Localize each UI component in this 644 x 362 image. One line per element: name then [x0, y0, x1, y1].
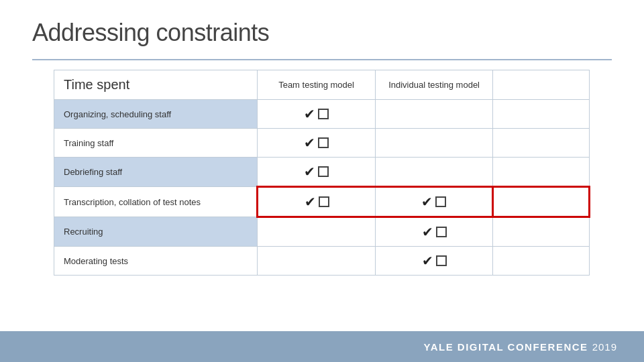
- row-transcription-team-check: ✔: [258, 187, 376, 217]
- row-debriefing: Debriefing staff✔: [54, 158, 590, 187]
- col-header-empty: [493, 70, 590, 100]
- row-recruiting-label: Recruiting: [54, 217, 258, 247]
- checkbox-empty: [318, 166, 329, 177]
- row-recruiting-team-check: [258, 217, 376, 247]
- checkmark-icon: ✔: [304, 106, 315, 122]
- check-group: ✔: [304, 106, 329, 122]
- row-recruiting-individual-check: ✔: [375, 217, 493, 247]
- row-transcription-individual-check: ✔: [375, 187, 493, 217]
- title-area: Addressing constraints: [0, 0, 644, 54]
- row-moderating-individual-check: ✔: [375, 247, 493, 276]
- check-group: ✔: [422, 224, 447, 240]
- checkbox-empty: [319, 196, 329, 207]
- row-training-individual-check: [375, 129, 493, 158]
- row-debriefing-label: Debriefing staff: [54, 158, 258, 187]
- row-organizing-individual-check: [375, 100, 493, 129]
- footer-bar: YALE DIGITAL CONFERENCE 2019: [0, 331, 644, 362]
- checkbox-empty: [435, 196, 446, 207]
- checkmark-icon: ✔: [304, 164, 315, 180]
- row-moderating-empty: [493, 247, 590, 276]
- checkbox-empty: [318, 109, 329, 119]
- row-training: Training staff✔: [54, 129, 590, 158]
- row-organizing-team-check: ✔: [258, 100, 376, 129]
- row-debriefing-team-check: ✔: [258, 158, 376, 187]
- col-header-individual: Individual testing model: [375, 70, 493, 100]
- table-wrapper: Time spent Team testing model Individual…: [54, 70, 590, 276]
- checkmark-icon: ✔: [421, 194, 433, 210]
- row-debriefing-individual-check: [375, 158, 493, 187]
- row-debriefing-empty: [493, 158, 590, 187]
- content-area: Time spent Team testing model Individual…: [0, 60, 644, 276]
- check-group: ✔: [421, 194, 446, 210]
- row-recruiting: Recruiting✔: [54, 217, 590, 247]
- col-header-team: Team testing model: [258, 70, 376, 100]
- checkmark-icon: ✔: [305, 194, 316, 210]
- footer-year: 2019: [592, 341, 617, 353]
- row-moderating: Moderating tests✔: [54, 247, 590, 276]
- row-organizing: Organizing, scheduling staff✔: [54, 100, 590, 129]
- row-transcription: Transcription, collation of test notes✔✔: [54, 187, 590, 217]
- page-title: Addressing constraints: [32, 19, 612, 47]
- slide: Addressing constraints Time spent Team t…: [0, 0, 644, 362]
- main-table: Time spent Team testing model Individual…: [54, 70, 590, 276]
- row-moderating-team-check: [258, 247, 376, 276]
- row-training-team-check: ✔: [258, 129, 376, 158]
- row-organizing-empty: [493, 100, 590, 129]
- row-training-empty: [493, 129, 590, 158]
- row-organizing-label: Organizing, scheduling staff: [54, 100, 258, 129]
- check-group: ✔: [304, 135, 329, 151]
- check-group: ✔: [304, 164, 329, 180]
- check-group: ✔: [305, 194, 329, 210]
- col-header-time: Time spent: [54, 70, 258, 100]
- row-moderating-label: Moderating tests: [54, 247, 258, 276]
- checkbox-empty: [318, 137, 329, 148]
- row-training-label: Training staff: [54, 129, 258, 158]
- row-recruiting-empty: [493, 217, 590, 247]
- check-group: ✔: [422, 253, 447, 269]
- row-transcription-label: Transcription, collation of test notes: [54, 187, 258, 217]
- footer-org: YALE DIGITAL CONFERENCE: [424, 341, 588, 353]
- row-transcription-empty: [493, 187, 590, 217]
- checkbox-empty: [436, 255, 447, 266]
- checkmark-icon: ✔: [304, 135, 315, 151]
- checkmark-icon: ✔: [422, 224, 433, 240]
- checkmark-icon: ✔: [422, 253, 433, 269]
- checkbox-empty: [436, 227, 447, 237]
